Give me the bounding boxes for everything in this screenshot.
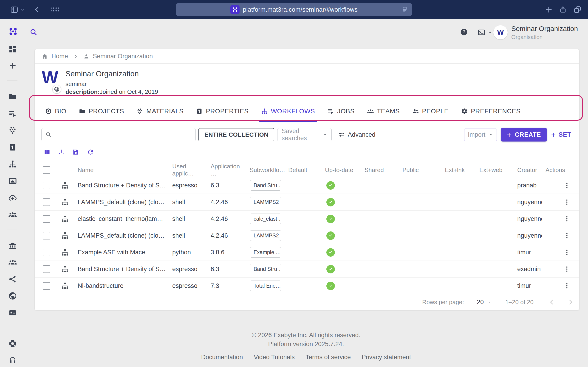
import-button[interactable]: Import [464,128,497,141]
row-checkbox[interactable] [43,265,50,273]
search-input[interactable] [54,128,195,141]
sidebar-item-life-ring[interactable] [8,339,17,348]
sidebar-item-teams[interactable] [8,258,17,267]
entire-collection-button[interactable]: ENTIRE COLLECTION [199,128,274,141]
subworkflow-chip[interactable]: LAMMPS2 [250,230,281,241]
subworkflow-chip[interactable]: LAMMPS2 [250,197,281,207]
tab-overview-grid-icon[interactable] [51,5,59,14]
chevron-down-icon[interactable] [20,7,25,12]
sidebar-item-bank[interactable] [8,241,17,250]
row-checkbox[interactable] [43,198,50,206]
row-actions-menu-icon[interactable] [563,282,571,290]
workflow-name[interactable]: Band Structure + Density of State… [78,182,169,189]
column-header-used-applic[interactable]: Used applic… [169,163,207,177]
sidebar-item-image[interactable] [8,177,17,185]
mat3ra-logo-icon[interactable] [8,27,18,36]
share-icon[interactable] [559,6,567,14]
tab-projects[interactable]: PROJECTS [79,100,124,122]
sidebar-item-materials[interactable] [8,126,17,135]
subworkflow-chip[interactable]: Band Stru… [250,180,281,191]
tab-people[interactable]: PEOPLE [412,100,449,122]
table-row[interactable]: LAMMPS_default (clone) (clone)shell4.2.4… [35,227,579,244]
row-actions-menu-icon[interactable] [563,232,571,239]
saved-searches-select[interactable]: Saved searches [277,128,332,141]
sidebar-item-cloud-upload[interactable] [8,193,17,202]
account-switcher[interactable]: Seminar Organization Organisation [511,25,578,40]
sidebar-item-jobs[interactable] [8,109,17,118]
row-actions-menu-icon[interactable] [563,249,571,256]
column-header-public[interactable]: Public [399,163,441,177]
sidebar-item-workflows[interactable] [8,160,17,168]
column-header-shared[interactable]: Shared [361,163,399,177]
footer-link-documentation[interactable]: Documentation [201,354,243,361]
workflow-name[interactable]: Band Structure + Density of State… [78,266,169,273]
row-actions-menu-icon[interactable] [563,265,571,273]
sidebar-item-id-card[interactable] [8,309,17,317]
workflow-name[interactable]: Example ASE with Mace [78,249,147,256]
row-actions-menu-icon[interactable] [563,182,571,189]
table-row[interactable]: Band Structure + Density of State…espres… [35,177,579,194]
column-header-up-to-date[interactable]: Up-to-date [321,163,361,177]
next-page-icon[interactable] [567,299,574,306]
subworkflow-chip[interactable]: Total Ene… [250,281,281,291]
row-checkbox[interactable] [43,215,50,223]
tabs-icon[interactable] [573,6,582,14]
download-icon[interactable] [58,149,65,156]
user-avatar[interactable]: W [493,25,508,40]
refresh-icon[interactable] [87,148,94,156]
sidebar-item-properties[interactable] [8,143,17,152]
caret-down-icon[interactable] [488,31,493,35]
table-row[interactable]: LAMMPS_default (clone) (clone) (…shell4.… [35,194,579,211]
console-icon[interactable] [477,28,486,36]
create-button[interactable]: + CREATE [501,128,547,142]
window-sidebar-icon[interactable] [10,6,18,14]
row-actions-menu-icon[interactable] [563,215,571,223]
tab-materials[interactable]: MATERIALS [137,100,183,122]
sidebar-item-globe[interactable] [8,292,17,300]
sidebar-item-dashboard[interactable] [8,45,17,53]
save-icon[interactable] [72,148,79,156]
column-header-creator[interactable]: Creator [514,163,542,177]
subworkflow-chip[interactable]: Example … [250,247,281,258]
workflow-name[interactable]: elastic_constant_thermo(lammps… [78,215,169,223]
help-icon[interactable] [460,28,468,36]
tab-bio[interactable]: BIO [45,100,66,122]
row-checkbox[interactable] [43,282,50,290]
rows-per-page-select[interactable]: 20 [477,299,492,306]
row-checkbox[interactable] [43,232,50,240]
subworkflow-chip[interactable]: Band Stru… [250,264,281,274]
back-icon[interactable] [34,6,41,13]
subworkflow-chip[interactable]: calc_elast… [250,214,281,224]
address-bar[interactable]: platform.mat3ra.com/seminar/#workflows [176,3,412,16]
column-header-name[interactable]: Name [76,163,169,177]
tab-teams[interactable]: TEAMS [367,100,400,122]
breadcrumb-home[interactable]: Home [52,53,68,60]
sidebar-item-add[interactable] [8,61,17,70]
table-row[interactable]: Band Structure + Density of State…espres… [35,261,579,277]
home-icon[interactable] [41,53,48,60]
set-button[interactable]: + SET [551,131,571,138]
advanced-filters-button[interactable]: Advanced [338,131,375,138]
reader-mode-icon[interactable] [401,6,408,13]
sidebar-item-headset[interactable] [8,356,17,365]
previous-page-icon[interactable] [548,299,555,306]
sidebar-item-folder[interactable] [8,92,17,101]
sidebar-item-people-group[interactable] [8,210,17,219]
workflow-name[interactable]: Ni-bandstructure [78,282,125,290]
columns-icon[interactable] [44,149,51,156]
workflow-name[interactable]: LAMMPS_default (clone) (clone) (… [78,199,169,206]
workflow-name[interactable]: LAMMPS_default (clone) (clone) [78,232,169,239]
row-checkbox[interactable] [43,182,50,189]
table-row[interactable]: Ni-bandstructureespresso7.3Total Ene…tim… [35,277,579,294]
tab-preferences[interactable]: PREFERENCES [461,100,521,122]
column-header-default[interactable]: Default [285,163,321,177]
select-all-checkbox[interactable] [43,166,50,174]
footer-link-terms[interactable]: Terms of service [306,354,351,361]
table-row[interactable]: elastic_constant_thermo(lammps…shell4.2.… [35,211,579,227]
table-row[interactable]: Example ASE with Macepython3.8.6Example … [35,244,579,261]
tab-jobs[interactable]: JOBS [327,100,355,122]
search-icon[interactable] [29,28,38,36]
sidebar-item-share[interactable] [8,275,17,284]
new-tab-icon[interactable] [545,6,553,14]
row-actions-menu-icon[interactable] [563,198,571,206]
